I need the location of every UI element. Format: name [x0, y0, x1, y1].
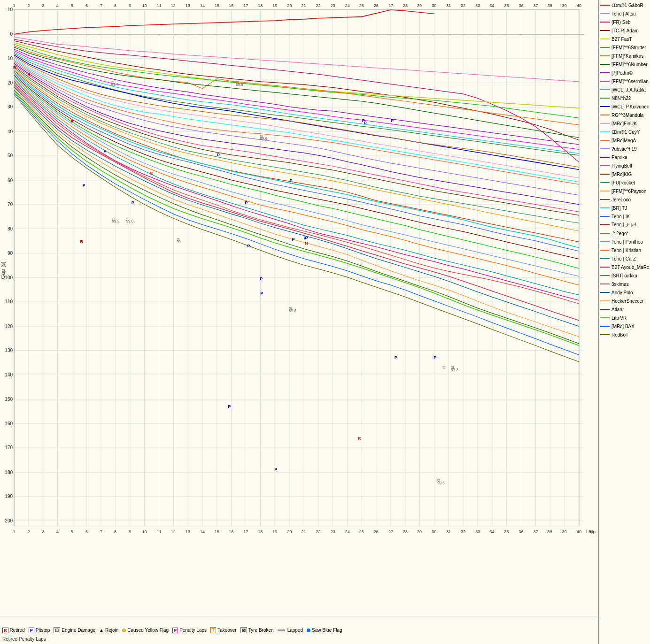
svg-text:12: 12 [171, 529, 176, 534]
svg-text:16: 16 [229, 3, 233, 8]
svg-text:38: 38 [548, 529, 552, 534]
pedro-name: [7]Pedro© [611, 70, 633, 76]
svg-text:2: 2 [28, 3, 30, 8]
engine-damage-label: Engine Damage [62, 628, 95, 633]
adam-name: [TC-R] Adam [611, 28, 639, 33]
svg-text:4: 4 [56, 3, 59, 8]
svg-text:200: 200 [5, 518, 13, 523]
svg-text:32: 32 [461, 3, 465, 8]
3skimas-name: 3skimas [611, 282, 629, 287]
number-name: [FFM]^^6Number [611, 62, 648, 67]
legend-item-finuk: [MRc]FinUK [599, 119, 650, 128]
litti-color [600, 317, 610, 318]
svg-text:P: P [305, 236, 308, 240]
svg-text:P: P [245, 200, 248, 205]
seb-name: (FR) Seb [611, 20, 631, 25]
redbot-name: RedßoT [611, 332, 628, 337]
svg-text:90: 90 [8, 250, 13, 255]
svg-text:99.6: 99.6 [236, 83, 243, 87]
andypolo-name: Andy Polo [611, 290, 633, 295]
svg-text:P: P [433, 355, 436, 360]
retired-penalty-note: Retired Penalty Laps [2, 636, 46, 642]
ik-name: Teho | IK [611, 214, 630, 219]
chart-svg: -10 0 10 20 30 40 50 60 70 80 90 100 110… [0, 0, 598, 644]
svg-text:40: 40 [8, 129, 13, 134]
svg-text:36: 36 [519, 529, 524, 534]
svg-text:40: 40 [577, 3, 581, 8]
svg-text:120: 120 [5, 323, 13, 329]
svg-text:38: 38 [548, 3, 552, 8]
gabor-color [600, 5, 610, 6]
svg-text:R: R [80, 239, 83, 244]
legend-item-katila: [WCL] J.A.Katila [599, 85, 650, 94]
ayoub-name: B27 Ayoub_MaRoC [611, 265, 649, 270]
bax-name: [MRc] BAX [611, 324, 635, 329]
legend-item-bax: [MRc] BAX [599, 322, 650, 330]
svg-text:37: 37 [534, 529, 538, 534]
svg-text:5: 5 [71, 3, 73, 8]
legend-item-kamikas: [FFM]*Kamikas [599, 52, 650, 60]
svg-text:-10: -10 [6, 7, 13, 12]
svg-text:18: 18 [258, 529, 263, 534]
bax-color [600, 326, 610, 327]
svg-text:18: 18 [258, 3, 263, 8]
payson-name: [FFM]^^6Payson [611, 189, 646, 194]
svg-text:20: 20 [287, 3, 292, 8]
legend-item-ik: Teho | IK [599, 212, 650, 221]
svg-text:20: 20 [8, 80, 13, 85]
nare-name: Teho | ナレ/ [611, 222, 636, 228]
svg-text:26: 26 [374, 3, 379, 8]
svg-text:11: 11 [157, 3, 162, 8]
svg-text:9: 9 [129, 3, 131, 8]
legend-item-mega: [MRc]MegA [599, 136, 650, 145]
adam-color [600, 30, 610, 31]
svg-text:99.2: 99.2 [112, 219, 120, 223]
svg-text:P: P [228, 404, 231, 409]
svg-text:35: 35 [504, 529, 509, 534]
legend-retired: R Retired [2, 628, 25, 633]
rocket-color [600, 182, 610, 183]
svg-text:P: P [292, 237, 294, 242]
hecker-name: HeckerSneccer [611, 299, 643, 304]
svg-text:30: 30 [432, 3, 436, 8]
legend-item-kurkku: [SRT]kurkku [599, 271, 650, 280]
svg-text:35: 35 [504, 3, 509, 8]
legend-pitstop: P Pitstop [29, 628, 50, 633]
jereloco-color [600, 199, 610, 200]
litti-name: Litti VR [611, 315, 627, 321]
tyre-broken-label: Tyre Broken [248, 628, 274, 633]
svg-text:26: 26 [374, 529, 379, 534]
svg-text:21: 21 [302, 3, 306, 8]
svg-text:8: 8 [114, 3, 116, 8]
svg-text:80: 80 [8, 226, 13, 231]
svg-text:Lap: Lap [586, 529, 594, 534]
carz-name: Teho | CarZ [611, 256, 636, 261]
svg-text:34: 34 [489, 3, 494, 8]
ego-color [600, 233, 610, 234]
pantheo-name: Teho | Pantheo [611, 239, 643, 245]
svg-text:P: P [289, 178, 292, 183]
finuk-name: [MRc]FinUK [611, 121, 637, 126]
sermilan-name: [FFM]^^6sermilan [611, 79, 649, 84]
svg-text:24: 24 [345, 529, 350, 534]
legend-item-pantheo: Teho | Pantheo [599, 238, 650, 246]
svg-text:R: R [150, 171, 153, 176]
andypolo-color [600, 292, 610, 293]
svg-text:33: 33 [475, 529, 480, 534]
svg-text:99.8: 99.8 [437, 481, 445, 485]
legend-lapped: Lapped [278, 628, 303, 633]
seb-color [600, 22, 610, 23]
svg-text:10: 10 [142, 3, 147, 8]
svg-text:50: 50 [8, 153, 13, 158]
legend-item-rocket: [FU]Rocket [599, 178, 650, 187]
svg-text:60: 60 [8, 177, 13, 183]
legend-item-ayoub: B27 Ayoub_MaRoC [599, 263, 650, 271]
legend-penalty-laps: P Penalty Laps [172, 628, 207, 633]
legend-item-andypolo: Andy Polo [599, 288, 650, 297]
carz-color [600, 258, 610, 259]
finuk-color [600, 123, 610, 124]
pantheo-color [600, 241, 610, 242]
kurkku-name: [SRT]kurkku [611, 273, 637, 278]
legend-item-seb: (FR) Seb [599, 18, 650, 26]
svg-text:5: 5 [71, 529, 73, 534]
